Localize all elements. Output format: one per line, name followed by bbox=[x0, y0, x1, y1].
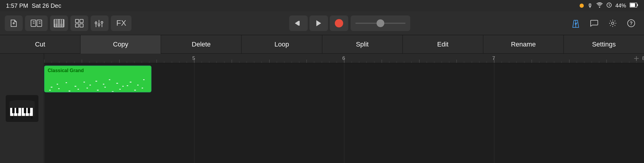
split-menu-item[interactable]: Split bbox=[322, 35, 403, 54]
track-lane: Classical Grand bbox=[44, 63, 644, 163]
eq-button[interactable] bbox=[91, 15, 109, 31]
svg-marker-33 bbox=[316, 20, 321, 26]
timeline-ruler: 5678 + bbox=[44, 54, 644, 63]
loop-menu-item[interactable]: Loop bbox=[242, 35, 322, 54]
status-date: Sat 26 Dec bbox=[32, 2, 61, 9]
status-time: 1:57 PM bbox=[6, 2, 28, 9]
svg-rect-80 bbox=[97, 90, 99, 91]
edit-menu-item[interactable]: Edit bbox=[403, 35, 483, 54]
rename-menu-item[interactable]: Rename bbox=[483, 35, 564, 54]
ruler-number: 5 bbox=[192, 55, 195, 61]
help-button[interactable]: ? bbox=[623, 15, 639, 31]
delete-menu-item[interactable]: Delete bbox=[161, 35, 242, 54]
svg-rect-75 bbox=[49, 90, 51, 91]
svg-rect-21 bbox=[75, 19, 79, 23]
fx-button[interactable]: FX bbox=[111, 15, 131, 31]
svg-point-38 bbox=[575, 23, 576, 24]
track-view-button[interactable] bbox=[25, 15, 48, 31]
record-button[interactable] bbox=[330, 15, 348, 31]
svg-marker-31 bbox=[295, 21, 298, 26]
svg-rect-83 bbox=[119, 89, 121, 90]
svg-rect-18 bbox=[57, 19, 58, 24]
svg-rect-3 bbox=[637, 4, 638, 6]
svg-rect-70 bbox=[116, 83, 118, 84]
svg-rect-24 bbox=[80, 24, 83, 27]
tracks-area: Classical Grand bbox=[44, 63, 644, 163]
svg-rect-62 bbox=[57, 84, 58, 85]
svg-rect-17 bbox=[55, 19, 56, 24]
volume-track bbox=[355, 23, 405, 24]
svg-rect-2 bbox=[630, 3, 635, 7]
rewind-button[interactable] bbox=[289, 15, 308, 31]
svg-rect-50 bbox=[12, 108, 15, 113]
toolbar: FX bbox=[0, 11, 644, 35]
svg-rect-85 bbox=[134, 90, 136, 91]
svg-rect-66 bbox=[89, 85, 91, 86]
midi-region[interactable]: Classical Grand bbox=[44, 66, 151, 92]
svg-rect-68 bbox=[103, 84, 104, 85]
svg-rect-82 bbox=[112, 91, 114, 92]
new-file-button[interactable] bbox=[5, 15, 23, 31]
wifi-icon bbox=[596, 2, 603, 9]
svg-rect-63 bbox=[66, 82, 67, 83]
svg-rect-72 bbox=[130, 82, 131, 83]
add-track-button[interactable]: + bbox=[634, 54, 639, 63]
svg-rect-53 bbox=[28, 108, 30, 113]
svg-rect-16 bbox=[63, 19, 64, 27]
record-indicator bbox=[335, 19, 343, 27]
svg-rect-69 bbox=[109, 79, 110, 80]
ruler-number: 7 bbox=[492, 55, 495, 61]
play-button[interactable] bbox=[309, 15, 328, 31]
grid-view-button[interactable] bbox=[70, 15, 88, 31]
svg-rect-59 bbox=[12, 117, 13, 119]
ruler-marks-container: 5678 bbox=[44, 54, 644, 63]
svg-rect-71 bbox=[122, 86, 124, 87]
svg-rect-86 bbox=[142, 88, 143, 89]
mic-icon: 🎙 bbox=[587, 3, 593, 9]
settings-menu-item[interactable]: Settings bbox=[564, 35, 644, 54]
volume-thumb[interactable] bbox=[377, 19, 384, 27]
instrument-thumbnail[interactable] bbox=[6, 95, 38, 122]
context-menu-bar: Cut Copy Delete Loop Split Edit Rename S… bbox=[0, 35, 644, 54]
svg-rect-79 bbox=[86, 88, 88, 89]
svg-rect-52 bbox=[24, 108, 26, 113]
svg-text:?: ? bbox=[630, 21, 633, 26]
svg-rect-65 bbox=[83, 82, 85, 83]
svg-rect-60 bbox=[31, 117, 32, 119]
svg-rect-23 bbox=[75, 24, 79, 27]
timeline-container: 5678 + Classical Grand bbox=[44, 54, 644, 163]
svg-rect-73 bbox=[137, 85, 139, 86]
copy-menu-item[interactable]: Copy bbox=[80, 35, 161, 54]
orange-dot-icon bbox=[580, 4, 584, 8]
settings-button[interactable] bbox=[605, 15, 621, 31]
toolbar-right: ? bbox=[568, 15, 639, 31]
cut-menu-item[interactable]: Cut bbox=[0, 35, 80, 54]
piano-roll-button[interactable] bbox=[50, 15, 68, 31]
svg-point-30 bbox=[101, 21, 103, 23]
svg-rect-74 bbox=[143, 79, 145, 80]
svg-rect-61 bbox=[51, 87, 52, 88]
metronome-button[interactable] bbox=[568, 15, 584, 31]
svg-rect-19 bbox=[60, 19, 61, 24]
svg-rect-51 bbox=[16, 108, 18, 113]
svg-point-26 bbox=[95, 22, 97, 24]
svg-point-28 bbox=[98, 24, 100, 26]
svg-rect-13 bbox=[58, 19, 59, 27]
volume-slider[interactable] bbox=[351, 15, 410, 31]
svg-point-39 bbox=[612, 22, 614, 24]
toolbar-left: FX bbox=[5, 15, 131, 31]
svg-rect-67 bbox=[95, 81, 97, 82]
track-header bbox=[0, 54, 44, 163]
midi-notes bbox=[45, 73, 151, 92]
svg-rect-78 bbox=[78, 89, 79, 90]
svg-rect-81 bbox=[104, 87, 106, 88]
svg-rect-64 bbox=[75, 86, 76, 87]
fx-label: FX bbox=[116, 18, 126, 27]
transport-group bbox=[289, 15, 348, 31]
status-bar: 1:57 PM Sat 26 Dec 🎙 44% bbox=[0, 0, 644, 11]
battery-icon bbox=[630, 3, 638, 9]
ruler-number: 6 bbox=[342, 55, 345, 61]
svg-rect-84 bbox=[127, 85, 128, 86]
chat-button[interactable] bbox=[586, 15, 602, 31]
svg-rect-20 bbox=[62, 19, 63, 24]
